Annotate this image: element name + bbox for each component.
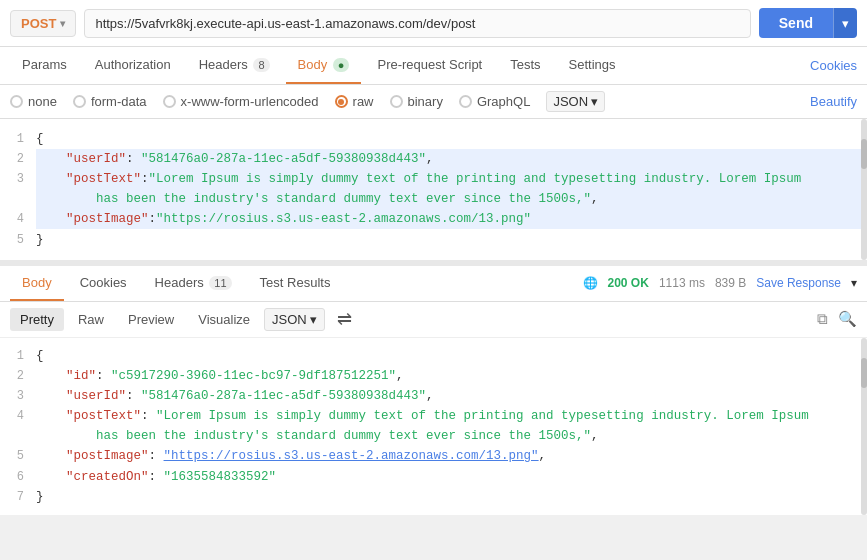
method-chevron: ▾ — [60, 18, 65, 29]
resp-line-7: 7 } — [0, 487, 867, 507]
url-input[interactable] — [84, 9, 750, 38]
status-ok: 200 OK — [608, 276, 649, 290]
req-line-5: 5 } — [0, 230, 867, 250]
resp-tab-test-results[interactable]: Test Results — [248, 266, 343, 301]
globe-icon: 🌐 — [583, 276, 598, 290]
tab-settings[interactable]: Settings — [557, 47, 628, 84]
radio-urlencoded — [163, 95, 176, 108]
beautify-button[interactable]: Beautify — [810, 94, 857, 109]
tab-body[interactable]: Body ● — [286, 47, 362, 84]
resp-line-4: 4 "postText": "Lorem Ipsum is simply dum… — [0, 406, 867, 446]
url-bar: POST ▾ Send ▾ — [0, 0, 867, 47]
resp-action-icons: ⧉ 🔍 — [817, 310, 857, 328]
resp-headers-badge: 11 — [209, 276, 231, 290]
resp-tab-headers[interactable]: Headers 11 — [143, 266, 244, 301]
radio-form-data — [73, 95, 86, 108]
resp-visualize-button[interactable]: Visualize — [188, 308, 260, 331]
response-size: 839 B — [715, 276, 746, 290]
resp-line-2: 2 "id": "c5917290-3960-11ec-bc97-9df1875… — [0, 366, 867, 386]
radio-graphql — [459, 95, 472, 108]
tab-authorization[interactable]: Authorization — [83, 47, 183, 84]
tab-tests[interactable]: Tests — [498, 47, 552, 84]
resp-preview-button[interactable]: Preview — [118, 308, 184, 331]
request-tabs: Params Authorization Headers 8 Body ● Pr… — [0, 47, 867, 85]
resp-format-label: JSON — [272, 312, 307, 327]
body-badge: ● — [333, 58, 350, 72]
resp-raw-button[interactable]: Raw — [68, 308, 114, 331]
method-selector[interactable]: POST ▾ — [10, 10, 76, 37]
radio-none — [10, 95, 23, 108]
response-tabs: Body Cookies Headers 11 Test Results 🌐 2… — [0, 266, 867, 302]
radio-raw — [335, 95, 348, 108]
tab-headers[interactable]: Headers 8 — [187, 47, 282, 84]
request-body-editor[interactable]: 1 { 2 "userId": "581476a0-287a-11ec-a5df… — [0, 119, 867, 266]
tab-params[interactable]: Params — [10, 47, 79, 84]
body-type-none[interactable]: none — [10, 94, 57, 109]
copy-icon[interactable]: ⧉ — [817, 310, 828, 328]
body-type-raw[interactable]: raw — [335, 94, 374, 109]
editor-scrollbar[interactable] — [861, 119, 867, 260]
response-format-row: Pretty Raw Preview Visualize JSON ▾ ⇌ ⧉ … — [0, 302, 867, 338]
body-type-row: none form-data x-www-form-urlencoded raw… — [0, 85, 867, 119]
headers-badge: 8 — [253, 58, 269, 72]
req-line-3: 3 "postText":"Lorem Ipsum is simply dumm… — [0, 169, 867, 209]
save-response-chevron[interactable]: ▾ — [851, 276, 857, 290]
radio-binary — [390, 95, 403, 108]
resp-scrollbar[interactable] — [861, 338, 867, 515]
req-line-1: 1 { — [0, 129, 867, 149]
req-line-2: 2 "userId": "581476a0-287a-11ec-a5df-593… — [0, 149, 867, 169]
body-type-graphql[interactable]: GraphQL — [459, 94, 530, 109]
status-info: 🌐 200 OK 1113 ms 839 B Save Response ▾ — [583, 276, 857, 290]
resp-line-5: 5 "postImage": "https://rosius.s3.us-eas… — [0, 446, 867, 466]
resp-line-6: 6 "createdOn": "1635584833592" — [0, 467, 867, 487]
format-chevron: ▾ — [591, 94, 598, 109]
resp-pretty-button[interactable]: Pretty — [10, 308, 64, 331]
send-button[interactable]: Send — [759, 8, 833, 38]
search-icon[interactable]: 🔍 — [838, 310, 857, 328]
response-body-editor[interactable]: 1 { 2 "id": "c5917290-3960-11ec-bc97-9df… — [0, 338, 867, 515]
tab-pre-request[interactable]: Pre-request Script — [365, 47, 494, 84]
method-label: POST — [21, 16, 56, 31]
send-button-group: Send ▾ — [759, 8, 857, 38]
cookies-link[interactable]: Cookies — [810, 58, 857, 73]
resp-line-3: 3 "userId": "581476a0-287a-11ec-a5df-593… — [0, 386, 867, 406]
body-type-urlencoded[interactable]: x-www-form-urlencoded — [163, 94, 319, 109]
response-time: 1113 ms — [659, 276, 705, 290]
body-type-form-data[interactable]: form-data — [73, 94, 147, 109]
filter-icon[interactable]: ⇌ — [337, 308, 352, 330]
resp-line-1: 1 { — [0, 346, 867, 366]
req-line-4: 4 "postImage":"https://rosius.s3.us-east… — [0, 209, 867, 229]
resp-tab-body[interactable]: Body — [10, 266, 64, 301]
format-label: JSON — [553, 94, 588, 109]
format-selector[interactable]: JSON ▾ — [546, 91, 605, 112]
editor-scrollbar-thumb — [861, 139, 867, 169]
resp-format-chevron: ▾ — [310, 312, 317, 327]
send-dropdown-button[interactable]: ▾ — [833, 8, 857, 38]
resp-format-selector[interactable]: JSON ▾ — [264, 308, 325, 331]
resp-scrollbar-thumb — [861, 358, 867, 388]
resp-tab-cookies[interactable]: Cookies — [68, 266, 139, 301]
save-response-button[interactable]: Save Response — [756, 276, 841, 290]
body-type-binary[interactable]: binary — [390, 94, 443, 109]
response-section: Body Cookies Headers 11 Test Results 🌐 2… — [0, 266, 867, 515]
post-image-link[interactable]: "https://rosius.s3.us-east-2.amazonaws.c… — [164, 449, 539, 463]
